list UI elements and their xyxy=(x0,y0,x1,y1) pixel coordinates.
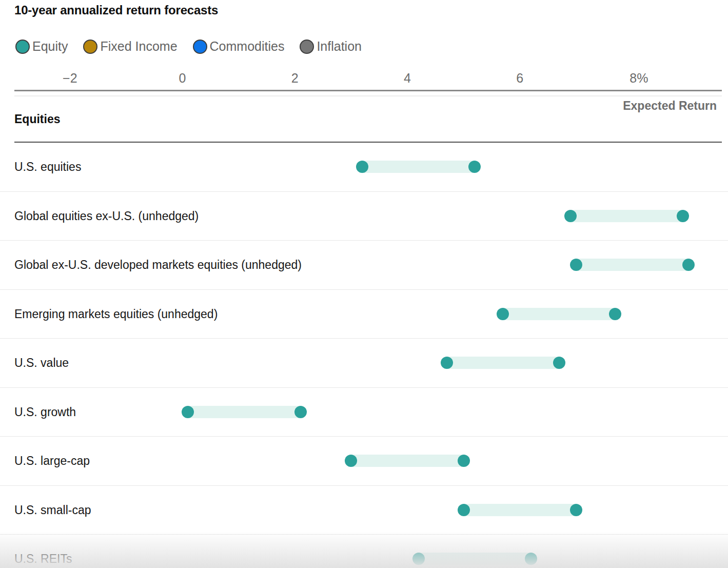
range-high-dot xyxy=(294,406,307,418)
asset-row: U.S. small-cap xyxy=(0,486,728,535)
range-band xyxy=(570,210,683,222)
range-band xyxy=(188,406,300,418)
range-high-dot xyxy=(677,210,689,222)
axis-tick: −2 xyxy=(63,71,77,86)
asset-label: Emerging markets equities (unhedged) xyxy=(14,307,218,321)
range-high-dot xyxy=(553,357,565,369)
asset-row: U.S. equities xyxy=(0,143,728,192)
axis-tick: 6 xyxy=(516,71,523,86)
commodities-swatch-icon xyxy=(193,40,207,54)
range-band xyxy=(464,504,576,516)
legend-item-equity[interactable]: Equity xyxy=(15,39,68,54)
asset-label: Global ex-U.S. developed markets equitie… xyxy=(14,258,302,272)
range-low-dot xyxy=(345,455,357,467)
asset-label: Global equities ex-U.S. (unhedged) xyxy=(14,209,199,223)
range-high-dot xyxy=(609,308,621,320)
axis-tick: 0 xyxy=(179,71,186,86)
legend-label: Equity xyxy=(32,39,68,54)
x-axis: −202468% xyxy=(0,71,728,87)
range-low-dot xyxy=(458,504,470,516)
section-header: Equities xyxy=(14,112,60,126)
asset-label: U.S. small-cap xyxy=(14,503,91,517)
axis-tick: 2 xyxy=(291,71,299,86)
asset-row: Global equities ex-U.S. (unhedged) xyxy=(0,192,728,241)
asset-row: U.S. growth xyxy=(0,388,728,437)
range-high-dot xyxy=(458,455,470,467)
range-band xyxy=(419,553,531,565)
x-axis-label: Expected Return xyxy=(623,99,717,113)
range-band xyxy=(447,357,559,369)
equity-swatch-icon xyxy=(15,40,30,54)
asset-row: U.S. REITs xyxy=(0,535,728,568)
range-low-dot xyxy=(182,406,194,418)
axis-tick: 8% xyxy=(629,71,648,86)
range-high-dot xyxy=(468,161,481,173)
asset-label: U.S. value xyxy=(14,356,69,370)
inflation-swatch-icon xyxy=(300,40,314,54)
legend-item-inflation[interactable]: Inflation xyxy=(300,39,362,54)
legend-label: Fixed Income xyxy=(100,39,177,54)
range-low-dot xyxy=(356,161,368,173)
range-low-dot xyxy=(564,210,577,222)
legend-item-commodities[interactable]: Commodities xyxy=(193,39,285,54)
range-low-dot xyxy=(441,357,453,369)
range-high-dot xyxy=(525,553,537,565)
range-high-dot xyxy=(570,504,582,516)
chart-title: 10-year annualized return forecasts xyxy=(14,3,218,17)
x-axis-subline xyxy=(14,95,722,96)
asset-label: U.S. growth xyxy=(14,405,76,419)
axis-tick: 4 xyxy=(404,71,411,86)
asset-row: U.S. large-cap xyxy=(0,437,728,486)
asset-label: U.S. large-cap xyxy=(14,454,90,468)
asset-row: U.S. value xyxy=(0,339,728,388)
range-band xyxy=(576,259,688,271)
asset-row: Global ex-U.S. developed markets equitie… xyxy=(0,241,728,290)
range-band xyxy=(362,161,475,173)
range-high-dot xyxy=(682,259,695,271)
range-low-dot xyxy=(497,308,509,320)
fixed-income-swatch-icon xyxy=(83,40,97,54)
asset-row: Emerging markets equities (unhedged) xyxy=(0,290,728,339)
asset-label: U.S. equities xyxy=(14,160,81,174)
legend-item-fixed-income[interactable]: Fixed Income xyxy=(83,39,177,54)
range-low-dot xyxy=(570,259,582,271)
range-band xyxy=(351,455,463,467)
legend-label: Commodities xyxy=(210,39,285,54)
chart-rows: U.S. equitiesGlobal equities ex-U.S. (un… xyxy=(0,143,728,568)
range-band xyxy=(503,308,615,320)
legend-label: Inflation xyxy=(317,39,362,54)
range-low-dot xyxy=(412,553,425,565)
chart-legend: Equity Fixed Income Commodities Inflatio… xyxy=(15,39,362,54)
asset-label: U.S. REITs xyxy=(14,552,72,566)
x-axis-line xyxy=(14,90,722,91)
